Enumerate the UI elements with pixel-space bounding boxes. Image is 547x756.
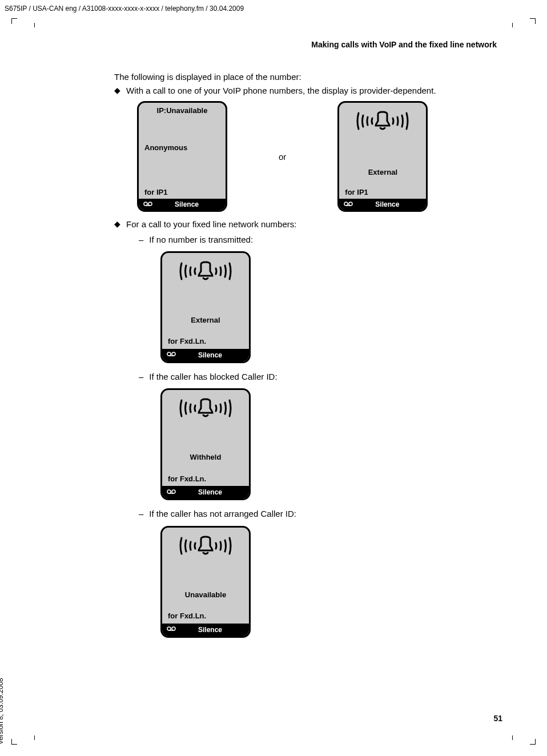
svg-point-0 <box>144 202 147 206</box>
crop-mark <box>11 739 17 745</box>
phone-display-external-ip: External for IP1 Silence <box>337 101 428 212</box>
sub-bullet-text: If the caller has not arranged Caller ID… <box>149 508 296 520</box>
svg-point-13 <box>172 627 175 630</box>
dash-icon: – <box>139 508 143 520</box>
bullet-item: ◆ For a call to your fixed line network … <box>114 219 502 646</box>
bullet-text: With a call to one of your VoIP phone nu… <box>126 85 436 96</box>
display-softkey-bar: Silence <box>339 199 426 210</box>
ringing-icon <box>168 533 243 561</box>
sub-bullet-list: – If no number is transmitted: <box>126 234 296 246</box>
crop-mark <box>530 739 536 745</box>
silence-softkey: Silence <box>176 625 244 634</box>
ringing-icon <box>168 396 243 424</box>
display-title: IP:Unavailable <box>144 106 220 115</box>
sub-bullet-item: – If the caller has not arranged Caller … <box>139 508 296 520</box>
version-text: Version 8, 03.09.2008 <box>0 678 5 745</box>
silence-softkey: Silence <box>152 200 221 208</box>
phone-display-external-fxd: External for Fxd.Ln. Silence <box>160 251 251 363</box>
display-for-line: for IP1 <box>144 188 220 196</box>
silence-softkey: Silence <box>353 200 421 208</box>
svg-point-9 <box>167 490 171 493</box>
voicemail-icon <box>167 625 176 634</box>
display-block: Unavailable for Fxd.Ln. Silence <box>160 526 296 638</box>
main-bullet-list: ◆ For a call to your fixed line network … <box>114 219 502 646</box>
silence-softkey: Silence <box>176 351 244 360</box>
voicemail-icon <box>143 201 152 208</box>
svg-point-10 <box>172 490 175 493</box>
svg-point-6 <box>167 352 171 356</box>
display-softkey-bar: Silence <box>162 349 249 361</box>
phone-display-unavailable: Unavailable for Fxd.Ln. Silence <box>160 526 251 638</box>
dash-icon: – <box>139 371 143 383</box>
sub-bullet-text: If the caller has blocked Caller ID: <box>149 371 277 383</box>
crop-mark <box>530 18 536 24</box>
sub-bullet-item: – If no number is transmitted: <box>139 234 296 246</box>
phone-display-ip-unavailable: IP:Unavailable Anonymous for IP1 Silence <box>137 101 227 212</box>
voip-displays-row: IP:Unavailable Anonymous for IP1 Silence… <box>137 101 502 212</box>
display-for-line: for Fxd.Ln. <box>168 474 243 484</box>
display-softkey-bar: Silence <box>139 199 226 210</box>
display-caller-label: Unavailable <box>168 590 243 600</box>
display-for-line: for Fxd.Ln. <box>168 611 243 621</box>
tick-mark <box>34 23 35 27</box>
tick-mark <box>512 735 513 740</box>
intro-text: The following is displayed in place of t… <box>114 72 502 82</box>
document-header-path: S675IP / USA-CAN eng / A31008-xxxx-xxxx-… <box>5 5 244 13</box>
bullet-item: ◆ With a call to one of your VoIP phone … <box>114 85 502 96</box>
ringing-icon <box>345 108 420 135</box>
voicemail-icon <box>344 201 353 208</box>
svg-point-1 <box>148 202 152 206</box>
display-softkey-bar: Silence <box>162 624 249 636</box>
display-caller-label: Anonymous <box>144 143 220 152</box>
sub-bullet-text: If no number is transmitted: <box>149 234 253 246</box>
display-caller-label: Withheld <box>168 452 243 463</box>
dash-icon: – <box>139 234 143 246</box>
page-number: 51 <box>493 714 502 723</box>
svg-point-7 <box>172 352 175 356</box>
crop-mark <box>11 18 17 24</box>
bullet-text: For a call to your fixed line network nu… <box>126 219 296 229</box>
display-block: Withheld for Fxd.Ln. Silence <box>160 388 296 500</box>
bullet-diamond-icon: ◆ <box>114 85 120 96</box>
tick-mark <box>512 23 513 27</box>
display-for-line: for Fxd.Ln. <box>168 336 243 347</box>
or-separator: or <box>279 152 286 162</box>
display-softkey-bar: Silence <box>162 486 249 498</box>
bullet-diamond-icon: ◆ <box>114 219 120 230</box>
sub-bullet-list: – If the caller has blocked Caller ID: <box>126 371 296 383</box>
display-for-line: for IP1 <box>345 188 420 196</box>
sub-bullet-item: – If the caller has blocked Caller ID: <box>139 371 296 383</box>
display-block: External for Fxd.Ln. Silence <box>160 251 296 363</box>
svg-point-3 <box>344 202 348 206</box>
page-content: Making calls with VoIP and the fixed lin… <box>114 40 502 649</box>
voicemail-icon <box>167 488 176 497</box>
tick-mark <box>34 735 35 740</box>
svg-point-12 <box>167 627 171 630</box>
phone-display-withheld: Withheld for Fxd.Ln. Silence <box>160 388 251 500</box>
main-bullet-list: ◆ With a call to one of your VoIP phone … <box>114 85 502 96</box>
voicemail-icon <box>167 351 176 359</box>
ringing-icon <box>168 259 243 287</box>
svg-point-4 <box>349 202 352 206</box>
sub-bullet-list: – If the caller has not arranged Caller … <box>126 508 296 520</box>
silence-softkey: Silence <box>176 488 244 497</box>
display-caller-label: External <box>168 315 243 325</box>
display-caller-label: External <box>345 168 420 176</box>
section-title: Making calls with VoIP and the fixed lin… <box>114 40 502 49</box>
